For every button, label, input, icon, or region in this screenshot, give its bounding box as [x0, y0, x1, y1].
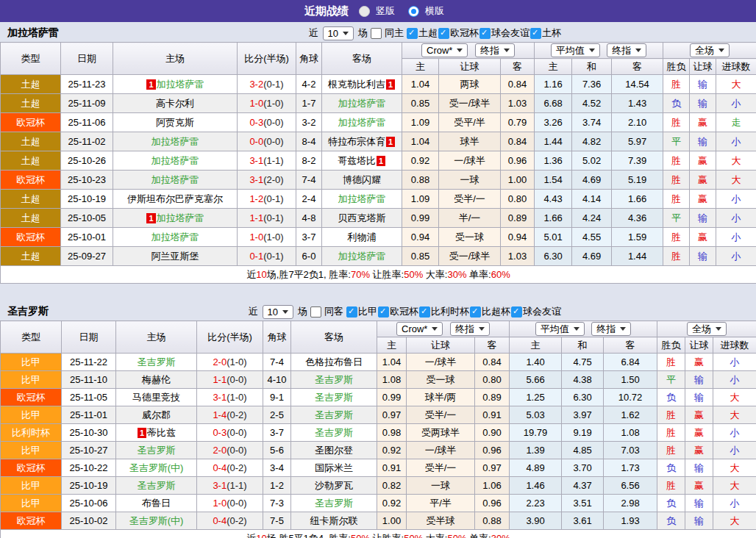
date-cell: 25-11-23: [61, 75, 113, 94]
team-name-link[interactable]: 圣吉罗斯: [138, 356, 176, 367]
avg-stage-select[interactable]: 终指: [591, 322, 631, 336]
team-name-link[interactable]: 加拉塔萨雷: [157, 79, 204, 90]
league-checkbox[interactable]: [530, 28, 541, 39]
league-checkbox[interactable]: [438, 28, 449, 39]
half-time-score: (1-1): [263, 155, 283, 166]
team-name-link[interactable]: 纽卡斯尔联: [310, 515, 358, 526]
league-checkbox[interactable]: [419, 306, 430, 318]
summary-text: 50%: [447, 533, 466, 538]
full-time-score: 3-1: [213, 392, 227, 403]
team-name-link[interactable]: 伊斯坦布尔巴萨克塞尔: [127, 193, 223, 204]
league-checkbox[interactable]: [470, 306, 481, 318]
team-name-link[interactable]: 根克勒比利吉: [328, 79, 385, 90]
team-name-link[interactable]: 布鲁日: [142, 498, 171, 509]
team-name-link[interactable]: 博德闪耀: [343, 174, 381, 185]
avg-away-odds-cell: 1.62: [604, 406, 657, 424]
team-name-link[interactable]: 沙勒罗瓦: [315, 480, 353, 491]
team-name-link[interactable]: 贝西克塔斯: [338, 212, 386, 223]
outcome-result-cell: 胜: [663, 113, 690, 132]
radio-vertical-layout[interactable]: [359, 6, 370, 17]
outcome-goals-result-cell: 小: [713, 424, 756, 442]
score-cell: 1-0(1-0): [238, 228, 296, 247]
half-time-score: (2-0): [263, 174, 283, 185]
league-checkbox[interactable]: [346, 306, 357, 318]
away-team-cell: 国际米兰: [291, 459, 377, 477]
avg-home-odds-cell: 1.44: [535, 132, 572, 151]
team-name-link[interactable]: 圣吉罗斯: [315, 427, 353, 438]
team-name-link[interactable]: 圣吉罗斯: [138, 480, 176, 491]
summary-text: 单率:: [466, 533, 491, 538]
same-away-checkbox[interactable]: [310, 306, 321, 318]
team-name-link[interactable]: 阿兰亚斯堡: [151, 251, 199, 262]
full-match-select[interactable]: 全场: [690, 43, 730, 57]
match-count-select[interactable]: 10: [323, 26, 354, 40]
league-checkbox[interactable]: [378, 306, 389, 318]
full-match-select[interactable]: 全场: [687, 322, 727, 336]
team-name-link[interactable]: 加拉塔萨雷: [151, 174, 199, 185]
home-team-cell: 布鲁日: [116, 495, 197, 512]
team-name-link[interactable]: 色格拉布鲁日: [305, 356, 363, 367]
team-name-link[interactable]: 加拉塔萨雷: [151, 155, 199, 166]
team-name-link[interactable]: 加拉塔萨雷: [151, 136, 199, 147]
team-name-link[interactable]: 加拉塔萨雷: [338, 98, 386, 109]
crow-handicap-line-cell: 受一/球半: [439, 94, 501, 113]
team-name-link[interactable]: 圣吉罗斯: [315, 498, 353, 509]
team-name-link[interactable]: 高卡尔利: [156, 98, 194, 109]
team-name-link[interactable]: 加拉塔萨雷: [151, 232, 199, 243]
avg-source-select[interactable]: 平均值: [535, 322, 585, 336]
team-name-link[interactable]: 利物浦: [348, 232, 377, 243]
team-name-link[interactable]: 蒂比兹: [147, 427, 176, 438]
odds-stage-select[interactable]: 终指: [475, 43, 515, 57]
match-count-select[interactable]: 10: [263, 305, 293, 319]
league-type-cell: 欧冠杯: [1, 459, 62, 477]
team-name-link[interactable]: 圣吉罗斯(中): [129, 462, 184, 473]
same-home-checkbox[interactable]: [371, 28, 382, 39]
league-checkbox[interactable]: [511, 306, 522, 318]
league-type-cell: 比甲: [1, 371, 62, 389]
team-name-link[interactable]: 圣吉罗斯: [315, 392, 353, 403]
avg-stage-select[interactable]: 终指: [607, 43, 646, 57]
team-name-link[interactable]: 国际米兰: [315, 462, 353, 473]
avg-home-odds-cell: 1.66: [535, 209, 572, 228]
avg-draw-odds-cell: 4.69: [572, 171, 612, 190]
odds-company-select[interactable]: Crow*: [396, 322, 443, 336]
team-name-link[interactable]: 加拉塔萨雷: [338, 117, 386, 128]
odds-company-select[interactable]: Crow*: [421, 43, 468, 57]
match-row: 比甲25-11-10梅赫伦1-1(0-0)4-10圣吉罗斯1.08受一球0.80…: [1, 371, 756, 389]
team-name-link[interactable]: 加拉塔萨雷: [338, 251, 386, 262]
team-name-link[interactable]: 梅赫伦: [142, 374, 171, 385]
league-checkbox[interactable]: [479, 28, 491, 39]
team-name-link[interactable]: 哥兹塔比: [338, 155, 376, 166]
crow-handicap-line-cell: 球半/两: [407, 389, 475, 406]
match-row: 比甲25-10-27圣吉罗斯2-0(0-0)5-6圣图尔登0.92一/球半0.9…: [1, 442, 756, 459]
col-header-crow-home: 主: [377, 337, 407, 354]
team-name-link[interactable]: 圣吉罗斯: [315, 374, 353, 385]
avg-source-select[interactable]: 平均值: [551, 43, 600, 57]
team-name-link[interactable]: 加拉塔萨雷: [157, 212, 204, 223]
chevron-down-icon: [589, 49, 595, 52]
outcome-result-cell: 胜: [657, 424, 685, 442]
avg-away-odds-cell: 1.66: [612, 190, 663, 209]
avg-draw-odds-cell: 4.85: [562, 442, 604, 459]
team-name-link[interactable]: 威尔郡: [142, 409, 171, 420]
match-row: 欧冠杯25-11-06阿贾克斯0-3(0-0)3-2加拉塔萨雷1.09受平/半0…: [1, 113, 756, 132]
team-name-link[interactable]: 阿贾克斯: [156, 117, 194, 128]
rank-badge: 1: [146, 213, 155, 223]
radio-horizontal-layout[interactable]: [408, 6, 419, 17]
team-name-link[interactable]: 圣吉罗斯: [315, 409, 353, 420]
team-name-link[interactable]: 圣图尔登: [315, 445, 353, 456]
league-checkbox[interactable]: [407, 28, 418, 39]
col-header-crow-home: 主: [402, 59, 439, 75]
team-name-link[interactable]: 特拉布宗体育: [328, 136, 385, 147]
team-name-link[interactable]: 圣吉罗斯(中): [129, 515, 184, 526]
odds-stage-select[interactable]: 终指: [450, 322, 490, 336]
match-row: 土超25-09-27阿兰亚斯堡0-1(0-1)6-0加拉塔萨雷0.85受一/球半…: [1, 247, 756, 266]
crow-away-odds-cell: 0.88: [475, 512, 510, 530]
team-name-link[interactable]: 马德里竞技: [132, 392, 180, 403]
team-name-link[interactable]: 圣吉罗斯: [138, 445, 176, 456]
team-name-link[interactable]: 加拉塔萨雷: [338, 193, 386, 204]
league-type-cell: 土超: [1, 75, 61, 94]
header-controls-row: 类型 日期 主场 比分(半场) 角球 客场 Crow* 终指 平均值 终指 全场: [1, 321, 756, 337]
league-type-cell: 欧冠杯: [1, 512, 62, 530]
avg-draw-odds-cell: 4.75: [562, 354, 604, 371]
